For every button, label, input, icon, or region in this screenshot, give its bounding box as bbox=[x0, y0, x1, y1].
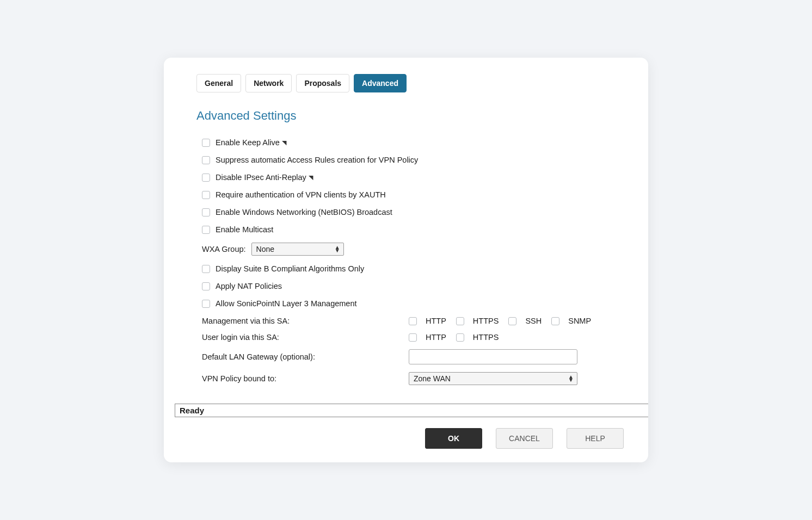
label-require-xauth: Require authentication of VPN clients by… bbox=[216, 190, 386, 199]
row-keep-alive: Enable Keep Alive ◥ bbox=[202, 138, 616, 147]
tooltip-icon: ◥ bbox=[282, 139, 286, 146]
label-suite-b: Display Suite B Compliant Algorithms Onl… bbox=[216, 264, 364, 273]
tab-proposals[interactable]: Proposals bbox=[296, 74, 349, 92]
checkbox-disable-antireplay[interactable] bbox=[202, 174, 210, 182]
checkbox-nat-policies[interactable] bbox=[202, 282, 210, 290]
row-wxa-group: WXA Group: None ▲▼ bbox=[202, 243, 616, 256]
help-button[interactable]: HELP bbox=[567, 428, 624, 449]
label-mgmt-snmp: SNMP bbox=[568, 317, 591, 325]
tab-network[interactable]: Network bbox=[245, 74, 292, 92]
checkbox-mgmt-https[interactable] bbox=[456, 317, 464, 325]
userlogin-options: HTTP HTTPS bbox=[409, 333, 616, 342]
tab-advanced[interactable]: Advanced bbox=[354, 74, 407, 92]
row-bound: VPN Policy bound to: Zone WAN ▲▼ bbox=[202, 372, 616, 385]
checkbox-mgmt-http[interactable] bbox=[409, 317, 417, 325]
checkbox-suite-b[interactable] bbox=[202, 265, 210, 273]
tab-bar: General Network Proposals Advanced bbox=[196, 74, 616, 92]
select-wxa-value: None bbox=[256, 245, 274, 253]
row-netbios: Enable Windows Networking (NetBIOS) Broa… bbox=[202, 208, 616, 216]
checkbox-keep-alive[interactable] bbox=[202, 139, 210, 147]
row-disable-antireplay: Disable IPsec Anti-Replay ◥ bbox=[202, 173, 616, 182]
checkbox-login-https[interactable] bbox=[456, 333, 464, 342]
label-keep-alive: Enable Keep Alive bbox=[216, 138, 280, 147]
label-userlogin: User login via this SA: bbox=[202, 333, 409, 342]
tab-general[interactable]: General bbox=[196, 74, 241, 92]
label-multicast: Enable Multicast bbox=[216, 225, 273, 234]
checkbox-netbios[interactable] bbox=[202, 208, 210, 216]
row-gateway: Default LAN Gateway (optional): bbox=[202, 349, 616, 364]
button-row: OK CANCEL HELP bbox=[164, 417, 648, 449]
row-suppress-rules: Suppress automatic Access Rules creation… bbox=[202, 156, 616, 164]
vpn-policy-dialog: General Network Proposals Advanced Advan… bbox=[164, 58, 648, 462]
checkbox-suppress-rules[interactable] bbox=[202, 156, 210, 164]
input-gateway[interactable] bbox=[409, 349, 577, 364]
label-login-https: HTTPS bbox=[473, 333, 499, 342]
label-netbios: Enable Windows Networking (NetBIOS) Broa… bbox=[216, 208, 392, 216]
scroll-area[interactable]: General Network Proposals Advanced Advan… bbox=[164, 74, 648, 393]
checkbox-login-http[interactable] bbox=[409, 333, 417, 342]
row-management: Management via this SA: HTTP HTTPS SSH S… bbox=[202, 317, 616, 325]
select-bound[interactable]: Zone WAN ▲▼ bbox=[409, 372, 577, 385]
row-nat-policies: Apply NAT Policies bbox=[202, 282, 616, 290]
checkbox-require-xauth[interactable] bbox=[202, 191, 210, 199]
row-multicast: Enable Multicast bbox=[202, 225, 616, 234]
chevron-updown-icon: ▲▼ bbox=[568, 375, 574, 382]
label-wxa-group: WXA Group: bbox=[202, 245, 246, 253]
label-bound: VPN Policy bound to: bbox=[202, 374, 409, 383]
label-login-http: HTTP bbox=[426, 333, 446, 342]
label-mgmt-https: HTTPS bbox=[473, 317, 499, 325]
chevron-updown-icon: ▲▼ bbox=[335, 246, 340, 252]
form-area: Enable Keep Alive ◥ Suppress automatic A… bbox=[196, 138, 616, 385]
label-nat-policies: Apply NAT Policies bbox=[216, 282, 282, 290]
checkbox-sonicpoint[interactable] bbox=[202, 300, 210, 308]
label-mgmt-http: HTTP bbox=[426, 317, 446, 325]
label-gateway: Default LAN Gateway (optional): bbox=[202, 352, 409, 361]
management-options: HTTP HTTPS SSH SNMP bbox=[409, 317, 616, 325]
label-management: Management via this SA: bbox=[202, 317, 409, 325]
select-wxa-group[interactable]: None ▲▼ bbox=[251, 243, 344, 256]
label-disable-antireplay: Disable IPsec Anti-Replay bbox=[216, 173, 306, 182]
row-require-xauth: Require authentication of VPN clients by… bbox=[202, 190, 616, 199]
label-sonicpoint: Allow SonicPointN Layer 3 Management bbox=[216, 299, 357, 308]
checkbox-multicast[interactable] bbox=[202, 226, 210, 234]
cancel-button[interactable]: CANCEL bbox=[496, 428, 553, 449]
ok-button[interactable]: OK bbox=[425, 428, 482, 449]
label-mgmt-ssh: SSH bbox=[525, 317, 542, 325]
select-bound-value: Zone WAN bbox=[414, 374, 451, 383]
checkbox-mgmt-ssh[interactable] bbox=[508, 317, 516, 325]
checkbox-mgmt-snmp[interactable] bbox=[551, 317, 559, 325]
status-bar: Ready bbox=[175, 404, 648, 417]
row-sonicpoint: Allow SonicPointN Layer 3 Management bbox=[202, 299, 616, 308]
section-title: Advanced Settings bbox=[196, 109, 616, 123]
row-userlogin: User login via this SA: HTTP HTTPS bbox=[202, 333, 616, 342]
label-suppress-rules: Suppress automatic Access Rules creation… bbox=[216, 156, 418, 164]
tooltip-icon: ◥ bbox=[309, 174, 313, 181]
row-suite-b: Display Suite B Compliant Algorithms Onl… bbox=[202, 264, 616, 273]
